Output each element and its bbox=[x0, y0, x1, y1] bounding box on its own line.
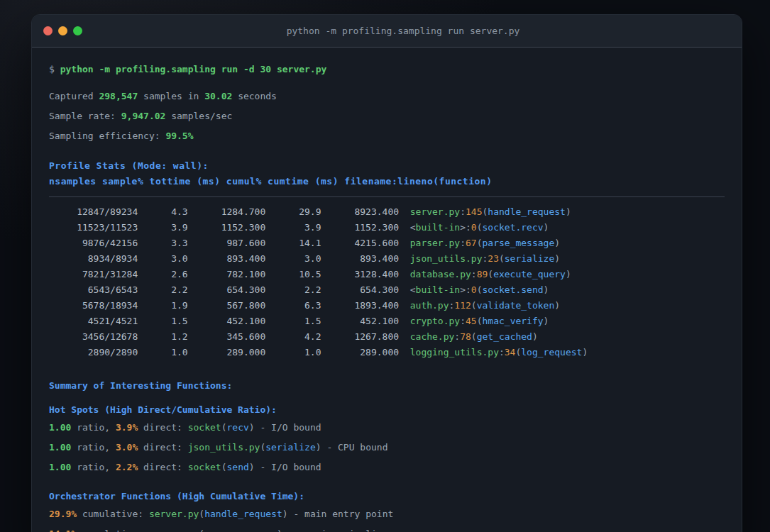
terminal-line: 4521/4521 1.5 452.100 1.5 452.100 crypto… bbox=[49, 314, 725, 329]
terminal-line: 9876/42156 3.3 987.600 14.1 4215.600 par… bbox=[49, 235, 725, 251]
summary-heading: Summary of Interesting Functions: bbox=[49, 378, 725, 394]
terminal-line: nsamples sample% tottime (ms) cumul% cum… bbox=[49, 174, 725, 189]
hotspots-list: 1.00 ratio, 3.9% direct: socket(recv) - … bbox=[49, 418, 725, 477]
terminal-line: Sampling efficiency: 99.5% bbox=[49, 126, 725, 146]
terminal-line: 1.00 ratio, 3.0% direct: json_utils.py(s… bbox=[49, 438, 725, 458]
terminal-line: 6543/6543 2.2 654.300 2.2 654.300 <built… bbox=[49, 282, 725, 298]
terminal-window: python -m profiling.sampling run server.… bbox=[31, 14, 742, 532]
terminal-line: 12847/89234 4.3 1284.700 29.9 8923.400 s… bbox=[49, 204, 725, 220]
terminal-line: Profile Stats (Mode: wall): bbox=[49, 158, 725, 174]
minimize-button[interactable] bbox=[58, 26, 67, 35]
capture-stats: Captured 298,547 samples in 30.02 second… bbox=[49, 87, 725, 146]
terminal-line: Summary of Interesting Functions: bbox=[49, 378, 725, 394]
terminal-line: 2890/2890 1.0 289.000 1.0 289.000 loggin… bbox=[49, 345, 725, 360]
terminal-titlebar: python -m profiling.sampling run server.… bbox=[32, 15, 742, 48]
close-button[interactable] bbox=[43, 26, 53, 35]
zoom-button[interactable] bbox=[73, 26, 82, 35]
command-line: $ python -m profiling.sampling run -d 30… bbox=[49, 62, 725, 77]
desktop-background: python -m profiling.sampling run server.… bbox=[0, 0, 770, 532]
terminal-line: Hot Spots (High Direct/Cumulative Ratio)… bbox=[49, 402, 725, 418]
terminal-content: $ python -m profiling.sampling run -d 30… bbox=[32, 48, 742, 532]
orchestrators-list: 29.9% cumulative: server.py(handle_reque… bbox=[49, 504, 725, 532]
terminal-line: 29.9% cumulative: server.py(handle_reque… bbox=[49, 504, 725, 524]
profile-table: 12847/89234 4.3 1284.700 29.9 8923.400 s… bbox=[49, 204, 725, 360]
terminal-line: 7821/31284 2.6 782.100 10.5 3128.400 dat… bbox=[49, 267, 725, 282]
terminal-line: Captured 298,547 samples in 30.02 second… bbox=[49, 87, 725, 106]
terminal-line: 5678/18934 1.9 567.800 6.3 1893.400 auth… bbox=[49, 298, 725, 314]
terminal-line: 11523/11523 3.9 1152.300 3.9 1152.300 <b… bbox=[49, 220, 725, 235]
terminal-line: 3456/12678 1.2 345.600 4.2 1267.800 cach… bbox=[49, 329, 725, 345]
terminal-line: Orchestrator Functions (High Cumulative … bbox=[49, 489, 725, 504]
terminal-line: 1.00 ratio, 3.9% direct: socket(recv) - … bbox=[49, 418, 725, 438]
hotspots-heading: Hot Spots (High Direct/Cumulative Ratio)… bbox=[49, 402, 725, 418]
terminal-line: 14.1% cumulative: parser.py(parse_messag… bbox=[49, 524, 725, 532]
terminal-line: $ python -m profiling.sampling run -d 30… bbox=[49, 62, 725, 77]
window-controls bbox=[32, 26, 82, 35]
profile-stats-heading: Profile Stats (Mode: wall):nsamples samp… bbox=[49, 158, 725, 189]
terminal-line: Sample rate: 9,947.02 samples/sec bbox=[49, 106, 725, 126]
orchestrators-heading: Orchestrator Functions (High Cumulative … bbox=[49, 489, 725, 504]
window-title: python -m profiling.sampling run server.… bbox=[32, 26, 742, 36]
terminal-line: 8934/8934 3.0 893.400 3.0 893.400 json_u… bbox=[49, 251, 725, 267]
terminal-line: 1.00 ratio, 2.2% direct: socket(send) - … bbox=[49, 458, 725, 477]
table-divider bbox=[49, 196, 725, 197]
